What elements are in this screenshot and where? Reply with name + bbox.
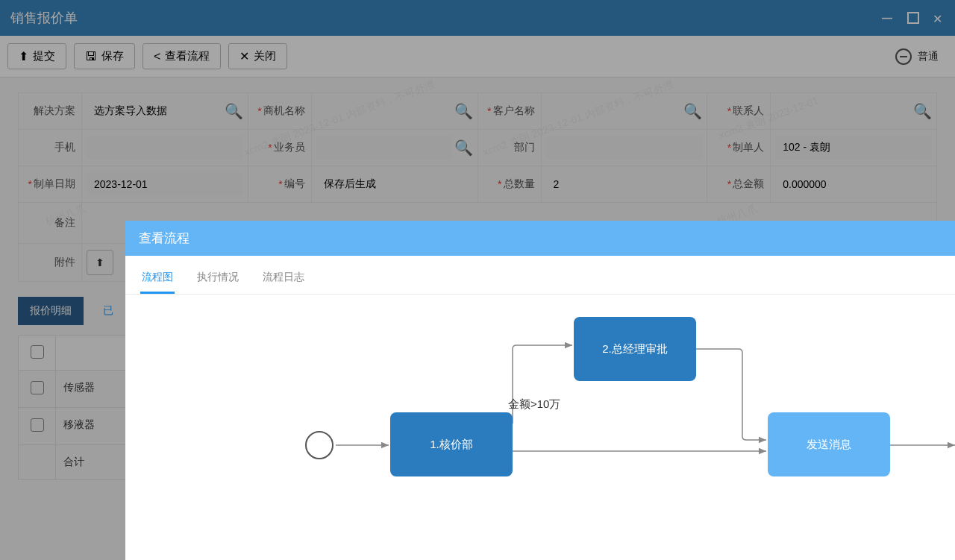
flow-node-pricing[interactable]: 1.核价部 (390, 412, 513, 476)
flow-node-send-msg[interactable]: 发送消息 (768, 412, 890, 476)
tab-diagram[interactable]: 流程图 (140, 266, 175, 294)
tab-log[interactable]: 流程日志 (261, 266, 306, 294)
start-node[interactable] (305, 431, 334, 459)
modal-title: 查看流程 (125, 221, 955, 256)
flow-diagram[interactable]: 1.核价部 2.总经理审批 发送消息 金额>10万 (125, 295, 955, 560)
edge-label-amount: 金额>10万 (508, 397, 560, 412)
flow-modal: 查看流程 流程图 执行情况 流程日志 1.核价部 2.总经理审批 发送消息 (125, 221, 955, 560)
modal-tabs: 流程图 执行情况 流程日志 (125, 256, 955, 295)
tab-exec[interactable]: 执行情况 (195, 266, 240, 294)
flow-node-gm-approval[interactable]: 2.总经理审批 (574, 317, 696, 381)
